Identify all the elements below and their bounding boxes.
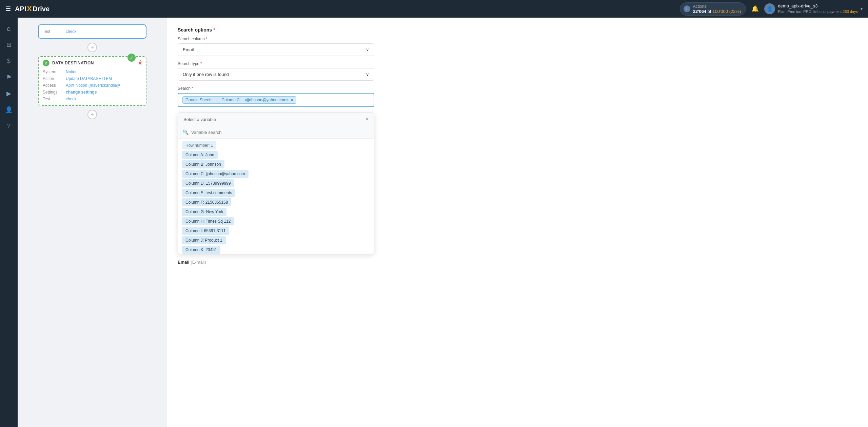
tag-pipe: | [216, 98, 217, 102]
info-icon: i [684, 5, 690, 12]
variable-search-input[interactable] [191, 130, 369, 135]
dest-system-value[interactable]: Notion [66, 69, 78, 74]
source-test-row: Test check [43, 28, 142, 35]
variable-list: Row number: 1Column A: JohnColumn B: Joh… [178, 139, 374, 254]
top-nav: ☰ API X Drive i Actions: 22'064 of 100'0… [0, 0, 868, 18]
email-field-name: Email [178, 260, 190, 265]
variable-item[interactable]: Column C: jjohnson@yahoo.com [182, 170, 249, 178]
tag-value: «jjohnson@yahoo.com» [245, 98, 289, 102]
variable-item[interactable]: Column B: Johnson [182, 160, 224, 168]
search-column-group: Search column * Email ∨ [178, 37, 857, 56]
bell-icon[interactable]: 🔔 [751, 5, 759, 13]
dest-action-row: Action Update DATABASE ITEM [43, 75, 142, 82]
sidebar-item-user[interactable]: 👤 [2, 103, 16, 117]
actions-badge: i Actions: 22'064 of 100'000 (22%) [680, 2, 746, 16]
dest-system-row: System Notion [43, 68, 142, 75]
dest-title: DATA DESTINATION [52, 61, 94, 65]
variable-item[interactable]: Column E: test comments [182, 189, 235, 197]
chevron-down-icon: ∨ [366, 47, 369, 52]
actions-total: 100'000 [712, 9, 728, 14]
variable-item[interactable]: Column K: 23451 [182, 246, 220, 254]
hamburger-icon[interactable]: ☰ [5, 5, 11, 13]
dest-test-row: Test check [43, 96, 142, 102]
search-type-select[interactable]: Only if one row is found ∨ [178, 68, 374, 81]
dest-test-label: Test [43, 97, 63, 101]
dest-access-label: Access [43, 83, 63, 88]
sidebar-item-grid[interactable]: ⊞ [2, 38, 16, 52]
search-field-label: Search * [178, 86, 857, 91]
variable-dropdown: Select a variable × 🔍 Row number: 1Colum… [178, 113, 374, 254]
dest-system-label: System [43, 69, 63, 74]
variable-dropdown-title: Select a variable [183, 117, 216, 122]
right-panel: Search options * Search column * Email ∨… [167, 18, 868, 427]
dest-access-value[interactable]: ApiX Notion (maverickandrii@ [66, 83, 120, 88]
actions-label: Actions: [693, 4, 741, 9]
search-tag: Google Sheets | Column C: «jjohnson@yaho… [182, 96, 296, 104]
avatar: 👤 [764, 3, 775, 14]
dest-action-value[interactable]: Update DATABASE ITEM [66, 76, 112, 81]
dest-access-row: Access ApiX Notion (maverickandrii@ [43, 82, 142, 89]
tag-close-icon[interactable]: × [291, 98, 293, 102]
nav-right: i Actions: 22'064 of 100'000 (22%) 🔔 👤 d… [680, 2, 863, 16]
chevron-down-icon: ∨ [366, 72, 369, 77]
search-options-title: Search options * [178, 27, 857, 33]
dest-settings-row: Settings change settings [43, 89, 142, 96]
user-name: demo_apix-drive_s3 [778, 3, 858, 9]
search-input-container[interactable]: Google Sheets | Column C: «jjohnson@yaho… [178, 93, 374, 107]
variable-item[interactable]: Column D: 15739999999 [182, 179, 234, 187]
dest-action-label: Action [43, 76, 63, 81]
close-dropdown-icon[interactable]: × [366, 116, 369, 122]
variable-item[interactable]: Column F: 2150355158 [182, 198, 231, 206]
variable-item[interactable]: Column I: 65391-3111 [182, 227, 229, 235]
dest-settings-value[interactable]: change settings [66, 90, 97, 95]
actions-count: 22'064 of 100'000 (22%) [693, 9, 741, 14]
logo-api: API [15, 5, 26, 13]
dest-settings-label: Settings [43, 90, 63, 95]
source-test-label: Test [43, 29, 63, 34]
left-panel: Test check + ✓ 🗑 2 DATA DESTINATION Syst… [18, 18, 167, 427]
search-icon: 🔍 [183, 129, 189, 135]
user-section: 👤 demo_apix-drive_s3 Plan |Premium PRO| … [764, 3, 863, 14]
dest-test-value[interactable]: check [66, 97, 76, 101]
variable-item[interactable]: Column H: Times Sq 112 [182, 217, 234, 225]
search-field-group: Search * Google Sheets | Column C: «jjoh… [178, 86, 857, 107]
tag-column: Column C: [222, 98, 241, 102]
sidebar-item-question[interactable]: ? [2, 119, 16, 133]
logo-x: X [27, 4, 32, 13]
variable-item[interactable]: Row number: 1 [182, 141, 216, 149]
search-type-label: Search type * [178, 61, 857, 66]
dest-header: 2 DATA DESTINATION [43, 60, 142, 66]
dest-delete-icon[interactable]: 🗑 [138, 60, 143, 65]
variable-dropdown-header: Select a variable × [178, 113, 374, 126]
search-column-label: Search column * [178, 37, 857, 41]
dest-number: 2 [43, 60, 50, 66]
sidebar-item-play[interactable]: ▶ [2, 87, 16, 100]
sidebar: ⌂ ⊞ $ ⚑ ▶ 👤 ? [0, 18, 18, 427]
variable-item[interactable]: Column G: New York [182, 208, 226, 216]
variable-item[interactable]: Column J: Product 1 [182, 236, 226, 244]
actions-used: 22'064 [693, 9, 706, 14]
sidebar-item-dollar[interactable]: $ [2, 54, 16, 68]
user-plan: Plan |Premium PRO| left until payment 25… [778, 9, 858, 14]
source-block: Test check [38, 24, 146, 39]
dest-check-icon: ✓ [127, 54, 136, 62]
variable-search-box: 🔍 [178, 126, 374, 139]
sidebar-item-home[interactable]: ⌂ [2, 22, 16, 35]
variable-item[interactable]: Column A: John [182, 151, 218, 159]
add-bottom-icon[interactable]: + [87, 110, 97, 119]
data-destination-block: ✓ 🗑 2 DATA DESTINATION System Notion Act… [38, 56, 146, 106]
search-column-select[interactable]: Email ∨ [178, 43, 374, 56]
email-field-label: Email (E-mail) [178, 260, 857, 265]
sidebar-item-briefcase[interactable]: ⚑ [2, 70, 16, 84]
source-check-link[interactable]: check [66, 29, 76, 34]
user-info: demo_apix-drive_s3 Plan |Premium PRO| le… [778, 3, 858, 14]
main-content: Test check + ✓ 🗑 2 DATA DESTINATION Syst… [18, 18, 868, 427]
tag-source: Google Sheets [185, 98, 212, 102]
nav-left: ☰ API X Drive [5, 4, 50, 13]
search-options-required: * [213, 27, 215, 33]
add-between-icon[interactable]: + [87, 43, 97, 52]
logo: API X Drive [15, 4, 50, 13]
logo-drive: Drive [33, 5, 50, 13]
search-type-group: Search type * Only if one row is found ∨ [178, 61, 857, 81]
chevron-down-icon[interactable]: ▾ [861, 6, 863, 11]
